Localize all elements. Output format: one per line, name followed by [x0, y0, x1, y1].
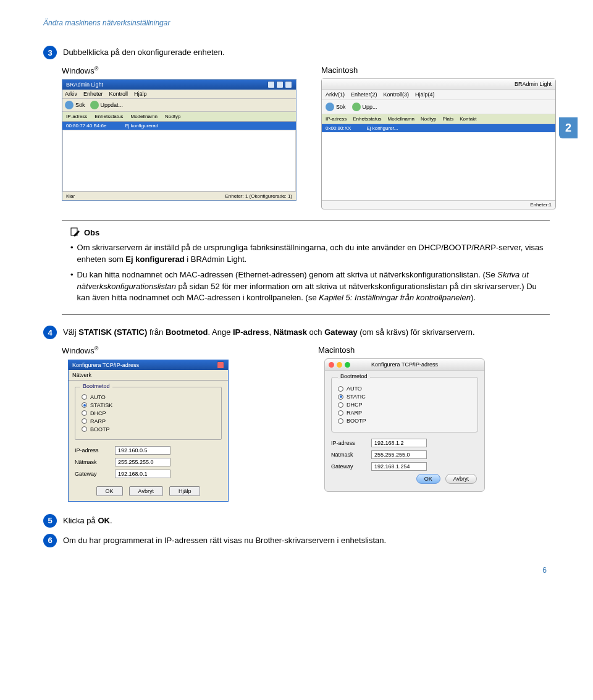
mac-radio-bootp[interactable]: BOOTP: [338, 418, 471, 424]
mac-bootmethod-group-title: Bootmetod: [338, 373, 370, 379]
note-item-1: • Om skrivarservern är inställd på de ur…: [70, 242, 544, 266]
mac-netmask-row: Nätmask 255.255.255.0: [331, 450, 478, 459]
step-number-5: 5: [43, 514, 57, 528]
radio-icon: [82, 410, 87, 416]
gateway-field-row: Gateway 192.168.0.1: [75, 470, 222, 478]
mac-ok-button[interactable]: OK: [416, 474, 440, 484]
radio-dhcp[interactable]: DHCP: [82, 410, 215, 416]
mac-device-row-selected[interactable]: 0x00:80:XX Ej konfigurer...: [322, 124, 555, 132]
col-ip[interactable]: IP-adress: [66, 114, 87, 119]
mac-radio-auto[interactable]: AUTO: [338, 386, 471, 392]
windows-dialog-title: Konfigurera TCP/IP-adress: [72, 362, 139, 368]
windows-column-headers[interactable]: IP-adress Enhetsstatus Modellnamn Nodtyp: [62, 112, 296, 122]
mac-tcpip-dialog: Konfigurera TCP/IP-adress Bootmetod AUTO…: [324, 358, 485, 492]
mac-gateway-input[interactable]: 192.168.1.254: [371, 462, 427, 471]
mac-bootmethod-group: Bootmetod AUTO STATIC DHCP RARP BOOTP: [331, 377, 478, 432]
step-5-text: Klicka på OK.: [63, 514, 112, 526]
mac-cancel-button[interactable]: Avbryt: [445, 474, 477, 484]
cancel-button[interactable]: Avbryt: [129, 486, 163, 496]
step-number-4: 4: [43, 326, 57, 339]
mac-bradmin-window: BRAdmin Light Arkiv(1) Enheter(2) Kontro…: [321, 78, 556, 209]
help-button[interactable]: Hjälp: [169, 486, 201, 496]
mac-menu-hjalp[interactable]: Hjälp(4): [415, 91, 435, 98]
windows-label-2: Windows®: [62, 345, 293, 355]
refresh-icon: [90, 101, 99, 109]
mac-radio-dhcp[interactable]: DHCP: [338, 402, 471, 408]
mac-ip-label: IP-adress: [331, 440, 365, 446]
step-3: 3 Dubbelklicka på den okonfigurerade enh…: [43, 46, 550, 59]
tab-network[interactable]: Nätverk: [69, 370, 228, 381]
radio-rarp[interactable]: RARP: [82, 418, 215, 424]
col-kontakt[interactable]: Kontakt: [460, 116, 476, 122]
mac-column-headers[interactable]: IP-adress Enhetsstatus Modellnamn Nodtyp…: [322, 114, 555, 124]
col-model[interactable]: Modellnamn: [130, 114, 158, 119]
col-plats[interactable]: Plats: [442, 116, 453, 122]
radio-icon: [338, 418, 343, 424]
col-status[interactable]: Enhetsstatus: [353, 116, 381, 122]
radio-auto[interactable]: AUTO: [82, 394, 215, 400]
menu-kontroll[interactable]: Kontroll: [109, 91, 128, 97]
menu-hjalp[interactable]: Hjälp: [134, 91, 147, 97]
mac-gateway-row: Gateway 192.168.1.254: [331, 462, 478, 471]
mac-title-text: BRAdmin Light: [515, 81, 552, 87]
device-status: Ej konfigurerad: [125, 123, 158, 129]
dialog-buttons: OK Avbryt Hjälp: [69, 481, 228, 501]
col-status[interactable]: Enhetsstatus: [95, 114, 123, 119]
refresh-button[interactable]: Uppdat...: [90, 101, 124, 109]
netmask-input[interactable]: 255.255.255.0: [115, 458, 170, 466]
col-ip[interactable]: IP-adress: [326, 116, 347, 122]
window-control-buttons[interactable]: [267, 81, 292, 88]
bullet-icon: •: [70, 269, 74, 305]
bootmethod-group-title: Bootmetod: [80, 383, 112, 389]
col-nodetype[interactable]: Nodtyp: [165, 114, 180, 119]
col-nodetype[interactable]: Nodtyp: [421, 116, 436, 122]
search-icon: [326, 103, 334, 111]
macintosh-label: Macintosh: [321, 65, 556, 75]
screenshot-row-1: Windows® BRAdmin Light Arkiv Enheter Kon…: [62, 65, 550, 209]
breadcrumb: Ändra maskinens nätverksinställningar: [43, 19, 550, 27]
step-3-text: Dubbelklicka på den okonfigurerade enhet…: [63, 46, 225, 58]
radio-bootp[interactable]: BOOTP: [82, 426, 215, 432]
bootmethod-group: Bootmetod AUTO STATISK DHCP RARP BOOTP: [75, 387, 222, 440]
search-button[interactable]: Sök: [65, 101, 85, 109]
bullet-icon: •: [70, 242, 74, 266]
note-header: Obs: [70, 227, 544, 237]
step-4: 4 Välj STATISK (STATIC) från Bootmetod. …: [43, 326, 550, 339]
mac-status-text: Enheter:1: [530, 202, 552, 208]
radio-icon: [338, 410, 343, 416]
mac-netmask-input[interactable]: 255.255.255.0: [371, 450, 427, 459]
windows-toolbar: Sök Uppdat...: [62, 99, 296, 112]
menu-enheter[interactable]: Enheter: [83, 91, 103, 97]
windows-menubar[interactable]: Arkiv Enheter Kontroll Hjälp: [62, 90, 296, 99]
mac-menubar[interactable]: Arkiv(1) Enheter(2) Kontroll(3) Hjälp(4): [322, 90, 555, 100]
close-button[interactable]: [217, 361, 224, 369]
ok-button[interactable]: OK: [96, 486, 123, 496]
ip-input[interactable]: 192.160.0.5: [115, 446, 170, 455]
mac-menu-enheter[interactable]: Enheter(2): [351, 91, 377, 98]
mac-dialog-title: Konfigurera TCP/IP-adress: [371, 361, 438, 368]
radio-icon: [82, 394, 87, 400]
mac-search-button[interactable]: Sök: [326, 103, 346, 111]
step-4-text: Välj STATISK (STATIC) från Bootmetod. An…: [63, 326, 475, 338]
col-model[interactable]: Modellnamn: [387, 116, 414, 122]
mac-radio-static[interactable]: STATIC: [338, 394, 471, 400]
radio-statisk[interactable]: STATISK: [82, 402, 215, 408]
menu-arkiv[interactable]: Arkiv: [65, 91, 77, 97]
mac-menu-arkiv[interactable]: Arkiv(1): [326, 91, 345, 98]
mac-ip-input[interactable]: 192.168.1.2: [371, 439, 427, 447]
ip-field-row: IP-adress 192.160.0.5: [75, 446, 222, 455]
step-5: 5 Klicka på OK.: [43, 514, 550, 528]
mac-refresh-button[interactable]: Upp...: [352, 103, 377, 111]
mac-radio-rarp[interactable]: RARP: [338, 410, 471, 416]
mac-traffic-lights[interactable]: [329, 362, 350, 368]
gateway-input[interactable]: 192.168.0.1: [115, 470, 170, 478]
step-6-text: Om du har programmerat in IP-adressen rä…: [63, 534, 386, 546]
device-row-selected[interactable]: 00:80:77:40:B4:6e Ej konfigurerad: [62, 122, 296, 130]
windows-list-body: [62, 130, 296, 192]
note-title: Obs: [84, 228, 99, 237]
netmask-label: Nätmask: [75, 459, 109, 465]
device-mac: 00:80:77:40:B4:6e: [66, 123, 106, 129]
radio-icon: [338, 386, 343, 392]
chapter-badge: 2: [559, 117, 578, 138]
mac-menu-kontroll[interactable]: Kontroll(3): [384, 91, 410, 98]
